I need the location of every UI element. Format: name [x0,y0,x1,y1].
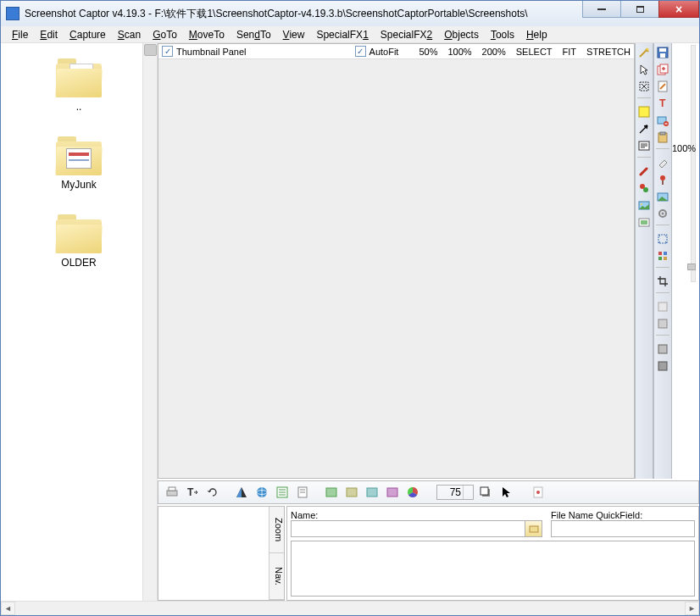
zoom-slider-thumb[interactable] [687,264,696,270]
cursor-icon[interactable] [636,62,652,77]
border-solid-icon[interactable] [655,358,670,374]
menu-sendto[interactable]: SendTo [231,27,277,42]
save-icon[interactable] [655,45,670,60]
wand-icon[interactable] [636,45,652,60]
name-panel: Name: File Name QuickField: [286,506,699,601]
window-title: Screenshot Captor v4.19.3 - F:\软件下载1\Scr… [25,7,528,21]
menu-goto[interactable]: GoTo [147,27,183,42]
menu-bar: File Edit Capture Scan GoTo MoveTo SendT… [1,26,699,43]
svg-rect-50 [530,526,538,532]
grid-icon[interactable] [655,248,670,264]
color-swatch-icon[interactable] [636,104,652,119]
scroll-left-icon[interactable]: ◄ [1,602,15,615]
name-input-browse-button[interactable] [525,520,542,537]
select-x-icon[interactable] [636,79,652,94]
border-light-icon[interactable] [655,299,670,314]
svg-rect-42 [347,488,357,497]
description-textarea[interactable] [291,541,695,597]
svg-rect-26 [658,252,662,255]
image-canvas[interactable] [158,59,634,478]
menu-tools[interactable]: Tools [485,27,520,42]
menu-edit[interactable]: Edit [34,27,64,42]
thumbnail-panel-label: Thumbnail Panel [176,47,247,57]
zoom-100-button[interactable]: 100% [444,47,475,57]
delete-image-icon[interactable] [655,113,670,128]
menu-specialfx2[interactable]: SpecialFX2 [375,27,438,42]
svg-rect-11 [659,48,666,52]
canvas-area: ✓ Thumbnail Panel ✓ AutoFit 50% 100% 200… [158,43,635,479]
name-label: Name: [291,510,542,520]
svg-rect-28 [658,257,662,260]
nav-tab[interactable]: Nav. [269,553,284,600]
scroll-right-icon[interactable]: ► [685,602,699,615]
svg-rect-30 [658,302,667,311]
svg-rect-43 [367,488,377,497]
border-dark-icon[interactable] [655,341,670,357]
crop-icon[interactable] [655,274,670,289]
menu-specialfx1[interactable]: SpecialFX1 [310,27,374,42]
menu-capture[interactable]: Capture [64,27,112,42]
pin-icon[interactable] [655,172,670,187]
gear-icon[interactable] [655,206,670,221]
edit-page-icon[interactable] [655,79,670,94]
brush-icon[interactable] [636,164,652,179]
img3-icon[interactable] [364,484,381,501]
zoom-50-button[interactable]: 50% [415,47,441,57]
menu-view[interactable]: View [277,27,311,42]
minimize-button[interactable] [582,1,621,18]
clipboard-icon[interactable] [655,130,670,145]
menu-scan[interactable]: Scan [112,27,147,42]
list-icon[interactable] [274,484,291,501]
copy-plus-icon[interactable] [655,62,670,77]
menu-moveto[interactable]: MoveTo [183,27,231,42]
picture-icon[interactable] [636,214,652,230]
image-overlay-icon[interactable] [636,197,652,213]
eraser-icon[interactable] [655,155,670,170]
text-out-icon[interactable]: T [184,484,201,501]
autofit-checkbox[interactable]: ✓ [355,46,366,57]
quickfield-input[interactable] [551,520,695,537]
page-mark-icon[interactable] [530,484,547,501]
arrow-tool-icon[interactable] [636,121,652,136]
zoom-tab[interactable]: Zoom [269,507,284,553]
color-wheel-icon[interactable] [404,484,421,501]
folder-scrollbar[interactable] [142,43,157,601]
doc-icon[interactable] [294,484,311,501]
globe-icon[interactable] [253,484,270,501]
cursor-black-icon[interactable] [497,484,514,501]
menu-objects[interactable]: Objects [438,27,485,42]
contrast-icon[interactable] [233,484,250,501]
zoom-fit-button[interactable]: FIT [559,47,581,57]
svg-point-0 [647,48,649,51]
img2-icon[interactable] [343,484,360,501]
border-med-icon[interactable] [655,316,670,331]
file-toolbar: T [653,43,672,479]
folder-older[interactable]: OLDER [54,214,103,269]
fit-screen-icon[interactable] [655,231,670,247]
svg-rect-2 [639,107,649,117]
thumbnail-icon[interactable] [655,189,670,204]
zoom-select-button[interactable]: SELECT [513,47,556,57]
zoom-slider[interactable] [691,45,696,282]
name-input[interactable] [291,520,525,537]
close-button[interactable]: × [658,1,699,18]
text-box-icon[interactable] [636,138,652,153]
maximize-button[interactable] [620,1,659,18]
opacity-input[interactable]: 75 [436,485,474,500]
img4-icon[interactable] [384,484,401,501]
menu-help[interactable]: Help [520,27,553,42]
img1-icon[interactable] [323,484,340,501]
folder-myjunk[interactable]: MyJunk [54,136,103,191]
zoom-200-button[interactable]: 200% [479,47,509,57]
autofit-label: AutoFit [369,47,399,57]
menu-file[interactable]: File [6,27,34,42]
zoom-stretch-button[interactable]: STRETCH [583,47,634,57]
shapes-icon[interactable] [636,180,652,196]
print-icon[interactable] [164,484,181,501]
rotate-icon[interactable] [204,484,221,501]
text-tool-icon[interactable]: T [655,96,670,111]
shadow-icon[interactable] [477,484,494,501]
folder-parent[interactable]: .. [54,58,103,113]
thumbnail-panel-checkbox[interactable]: ✓ [162,46,173,57]
bottom-scrollbar[interactable]: ◄ ► [1,601,699,615]
